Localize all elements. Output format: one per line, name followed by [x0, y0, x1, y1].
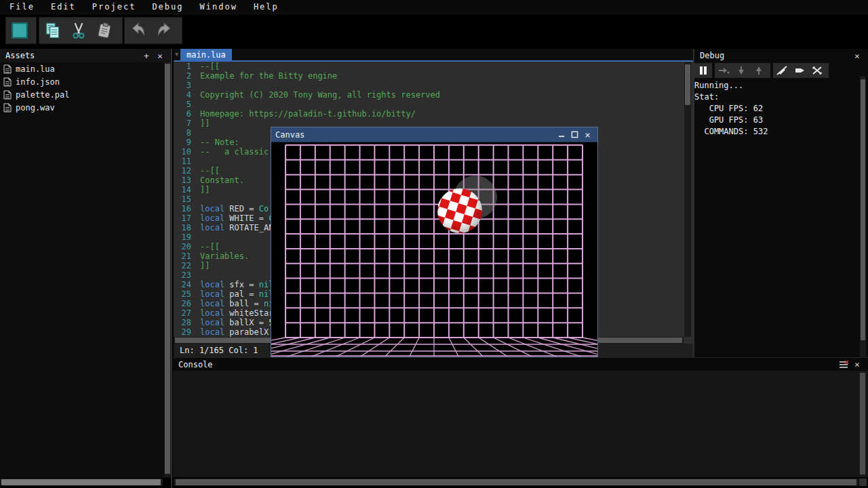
- console-hscrollbar[interactable]: [174, 479, 859, 486]
- console-close-button[interactable]: ×: [852, 359, 863, 370]
- assets-title: Assets: [5, 51, 35, 60]
- undo-button[interactable]: [125, 19, 151, 42]
- code-line-3: 3: [174, 81, 684, 90]
- assets-vscrollbar[interactable]: [164, 62, 171, 477]
- paste-button[interactable]: [92, 19, 117, 42]
- breakpoint-clear-button[interactable]: [808, 63, 826, 78]
- toolbar-group-2: [124, 17, 182, 44]
- minimize-icon[interactable]: [556, 129, 568, 140]
- console-menu-button[interactable]: [838, 359, 849, 370]
- debug-status-text: Running...Stat: CPU FPS: 62 GPU FPS: 63 …: [694, 80, 768, 138]
- step-into-icon: [736, 65, 747, 76]
- asset-info-json[interactable]: info.json: [0, 75, 171, 88]
- debug-header: Debug ×: [694, 49, 868, 62]
- toolbar: [0, 14, 868, 45]
- undo-icon: [129, 22, 148, 39]
- console-header: Console ×: [173, 357, 868, 371]
- editor-vscrollbar[interactable]: [684, 62, 691, 337]
- cut-icon: [70, 22, 87, 39]
- menu-window[interactable]: Window: [193, 1, 244, 13]
- paste-icon: [96, 22, 113, 39]
- redo-button[interactable]: [151, 19, 177, 42]
- step-over-button[interactable]: [715, 63, 732, 78]
- debug-line-2: CPU FPS: 62: [694, 103, 768, 115]
- debug-toolbar-group-0: [694, 63, 712, 78]
- console-vscrollbar[interactable]: [859, 371, 866, 477]
- toolbar-group-0: [5, 17, 37, 44]
- breakpoint-icon: [793, 65, 806, 76]
- assets-header: Assets + ×: [0, 49, 171, 62]
- debug-vscrollbar[interactable]: [860, 76, 866, 357]
- menu-project[interactable]: Project: [85, 1, 143, 13]
- copy-button[interactable]: [40, 19, 66, 42]
- cut-button[interactable]: [66, 19, 92, 42]
- assets-close-button[interactable]: ×: [155, 50, 165, 61]
- assets-editor-divider[interactable]: [171, 49, 172, 488]
- menu-file[interactable]: File: [3, 1, 41, 13]
- asset-label: palette.pal: [16, 90, 69, 100]
- game-canvas[interactable]: [271, 142, 597, 357]
- step-over-icon: [717, 65, 730, 76]
- file-icon: [3, 64, 12, 74]
- menu-edit[interactable]: Edit: [44, 1, 83, 13]
- asset-label: pong.wav: [16, 103, 55, 113]
- tab-list-dropdown-icon[interactable]: ▼: [175, 51, 178, 58]
- file-icon: [3, 103, 12, 113]
- debug-line-1: Stat:: [694, 92, 768, 103]
- canvas-title: Canvas: [275, 130, 304, 140]
- toolbar-group-1: [39, 17, 123, 44]
- breakpoint-button[interactable]: [791, 63, 808, 78]
- asset-pong-wav[interactable]: pong.wav: [0, 101, 171, 114]
- asset-main-lua[interactable]: main.lua: [0, 62, 171, 75]
- close-icon[interactable]: ×: [582, 129, 593, 140]
- debug-line-3: GPU FPS: 63: [694, 115, 768, 126]
- console-output[interactable]: [173, 371, 868, 477]
- breakpoint-disable-icon: [776, 65, 788, 76]
- file-icon: [3, 77, 12, 87]
- menu-help[interactable]: Help: [247, 1, 285, 13]
- debug-line-0: Running...: [694, 80, 768, 92]
- code-line-2: 2Example for the Bitty engine: [174, 71, 684, 81]
- assets-add-button[interactable]: +: [141, 50, 152, 61]
- asset-label: info.json: [16, 77, 60, 87]
- debug-panel: Debug × Running...Stat: CPU FPS: 62 GPU …: [694, 49, 868, 357]
- copy-icon: [44, 22, 62, 39]
- tab-main-lua[interactable]: main.lua: [180, 49, 232, 60]
- code-line-4: 4Copyright (C) 2020 Tony Wang, all right…: [174, 90, 684, 100]
- debug-toolbar-group-1: [715, 63, 770, 78]
- run-button[interactable]: [7, 19, 33, 42]
- assets-hscrollbar[interactable]: [0, 479, 163, 486]
- scrollbar-corner: [859, 479, 867, 486]
- step-into-button[interactable]: [732, 63, 750, 78]
- debug-close-button[interactable]: ×: [852, 50, 863, 61]
- editor-tab-bar: ▼ main.lua: [174, 49, 693, 60]
- assets-list: main.luainfo.jsonpalette.palpong.wav: [0, 62, 171, 114]
- pause-icon: [698, 65, 709, 76]
- run-icon: [11, 22, 28, 39]
- pause-button[interactable]: [694, 63, 712, 78]
- console-title: Console: [178, 360, 213, 369]
- maximize-icon[interactable]: [569, 129, 580, 140]
- menu-bar: FileEditProjectDebugWindowHelp: [0, 0, 868, 14]
- file-icon: [3, 90, 12, 100]
- code-line-6: 6Homepage: https://paladin-t.github.io/b…: [174, 109, 684, 119]
- debug-title: Debug: [700, 51, 724, 60]
- assets-panel: Assets + × main.luainfo.jsonpalette.palp…: [0, 49, 171, 478]
- breakpoint-disable-button[interactable]: [773, 63, 791, 78]
- debug-toolbar: [694, 63, 868, 79]
- redo-icon: [155, 22, 174, 39]
- step-out-button[interactable]: [750, 63, 768, 78]
- step-out-icon: [753, 65, 764, 76]
- code-line-1: 1--[[: [174, 62, 684, 71]
- console-menu-icon: [838, 360, 849, 369]
- canvas-title-bar[interactable]: Canvas ×: [271, 127, 597, 142]
- code-line-5: 5: [174, 100, 684, 109]
- debug-line-4: COMMANDS: 532: [694, 126, 768, 138]
- canvas-window: Canvas ×: [271, 127, 598, 357]
- breakpoint-clear-icon: [811, 65, 823, 76]
- menu-debug[interactable]: Debug: [145, 1, 190, 13]
- debug-toolbar-group-2: [773, 63, 829, 78]
- cursor-position: Ln: 1/165 Col: 1: [180, 346, 258, 355]
- asset-palette-pal[interactable]: palette.pal: [0, 88, 171, 101]
- asset-label: main.lua: [16, 64, 55, 74]
